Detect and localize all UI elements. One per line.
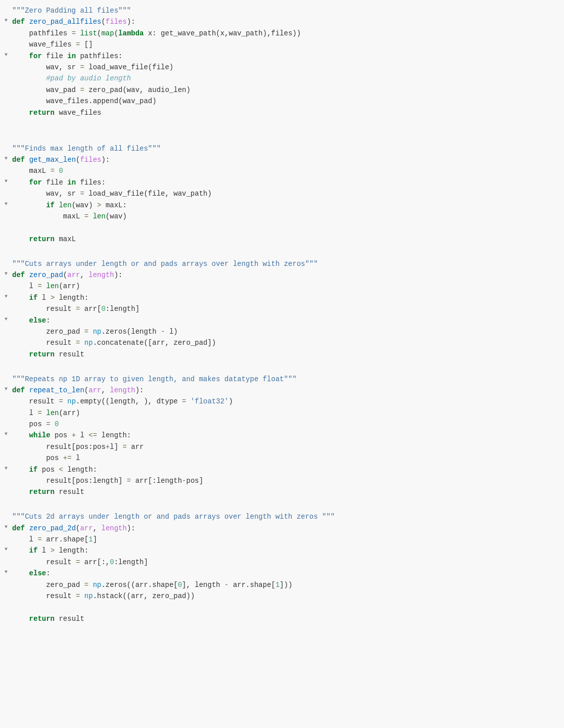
line-38: ▼ while pos + l <= length: (0, 430, 564, 441)
line-39: result[pos:pos+l] = arr (0, 441, 564, 452)
line-40: pos += l (0, 452, 564, 464)
fold-arrow-34[interactable]: ▼ (3, 386, 9, 392)
line-24: ▼ def zero_pad(arr, length): (0, 269, 564, 281)
line-19: maxL = len(wav) (0, 211, 564, 222)
line-8: wav_pad = zero_pad(wav, audio_len) (0, 84, 564, 96)
line-blank-5 (0, 360, 564, 371)
code-block-3: """Cuts arrays under length or and pads … (0, 257, 564, 373)
line-4: wave_files = [] (0, 39, 564, 50)
line-blank-7 (0, 602, 564, 613)
line-50: ▼ else: (0, 568, 564, 579)
line-54: return result (0, 613, 564, 624)
line-52: result = np.hstack((arr, zero_pad)) (0, 590, 564, 602)
code-block-2: """Finds max length of all files""" ▼ de… (0, 142, 564, 257)
line-14: ▼ def get_max_len(files): (0, 154, 564, 165)
code-editor: """Zero Padding all files""" ▼ def zero_… (0, 0, 564, 728)
line-26: ▼ if l > length: (0, 292, 564, 303)
fold-arrow-16[interactable]: ▼ (3, 178, 9, 185)
line-48: ▼ if l > length: (0, 545, 564, 556)
fold-arrow-41[interactable]: ▼ (3, 466, 9, 472)
fold-arrow-38[interactable]: ▼ (3, 431, 9, 437)
line-42: result[pos:length] = arr[:length-pos] (0, 475, 564, 486)
line-49: result = arr[:,0:length] (0, 557, 564, 568)
line-46: ▼ def zero_pad_2d(arr, length): (0, 523, 564, 534)
line-blank-4 (0, 245, 564, 256)
line-7: #pad by audio length (0, 73, 564, 84)
line-51: zero_pad = np.zeros((arr.shape[0], lengt… (0, 579, 564, 590)
line-31: return result (0, 349, 564, 360)
line-blank-3 (0, 222, 564, 233)
line-blank-1 (0, 118, 564, 129)
fold-arrow-26[interactable]: ▼ (3, 294, 9, 300)
line-9: wave_files.append(wav_pad) (0, 96, 564, 107)
line-blank-2 (0, 129, 564, 141)
fold-arrow-24[interactable]: ▼ (3, 271, 9, 277)
line-43: return result (0, 486, 564, 497)
line-45: """Cuts 2d arrays under length or and pa… (0, 511, 564, 522)
line-29: zero_pad = np.zeros(length - l) (0, 326, 564, 337)
code-block-5: """Cuts 2d arrays under length or and pa… (0, 510, 564, 625)
fold-arrow-46[interactable]: ▼ (3, 524, 9, 530)
fold-arrow-18[interactable]: ▼ (3, 201, 9, 207)
line-41: ▼ if pos < length: (0, 464, 564, 475)
line-5: ▼ for file in pathfiles: (0, 51, 564, 62)
fold-arrow-1[interactable]: ▼ (3, 18, 9, 24)
line-3: pathfiles = list(map(lambda x: get_wave_… (0, 28, 564, 39)
line-33: """Repeats np 1D array to given length, … (0, 374, 564, 385)
fold-arrow-14[interactable]: ▼ (3, 156, 9, 162)
line-10: return wave_files (0, 107, 564, 118)
fold-arrow-28[interactable]: ▼ (3, 316, 9, 323)
line-47: l = arr.shape[1] (0, 534, 564, 545)
line-1: """Zero Padding all files""" (0, 5, 564, 16)
fold-arrow-5[interactable]: ▼ (3, 52, 9, 58)
line-27: result = arr[0:length] (0, 303, 564, 314)
code-block-4: """Repeats np 1D array to given length, … (0, 373, 564, 511)
line-16: ▼ for file in files: (0, 177, 564, 188)
line-blank-6 (0, 498, 564, 509)
line-15: maxL = 0 (0, 165, 564, 176)
line-6: wav, sr = load_wave_file(file) (0, 62, 564, 73)
fold-arrow-50[interactable]: ▼ (3, 569, 9, 575)
line-21: return maxL (0, 234, 564, 245)
line-34: ▼ def repeat_to_len(arr, length): (0, 385, 564, 396)
line-18: ▼ if len(wav) > maxL: (0, 200, 564, 211)
line-30: result = np.concatenate([arr, zero_pad]) (0, 337, 564, 348)
line-23: """Cuts arrays under length or and pads … (0, 258, 564, 269)
line-36: l = len(arr) (0, 407, 564, 419)
fold-arrow-48[interactable]: ▼ (3, 547, 9, 553)
line-2: ▼ def zero_pad_allfiles(files): (0, 16, 564, 27)
line-13: """Finds max length of all files""" (0, 143, 564, 154)
line-28: ▼ else: (0, 315, 564, 326)
line-17: wav, sr = load_wav_file(file, wav_path) (0, 188, 564, 199)
code-block-1: """Zero Padding all files""" ▼ def zero_… (0, 4, 564, 142)
line-35: result = np.empty((length, ), dtype = 'f… (0, 396, 564, 407)
line-37: pos = 0 (0, 419, 564, 430)
line-25: l = len(arr) (0, 281, 564, 292)
